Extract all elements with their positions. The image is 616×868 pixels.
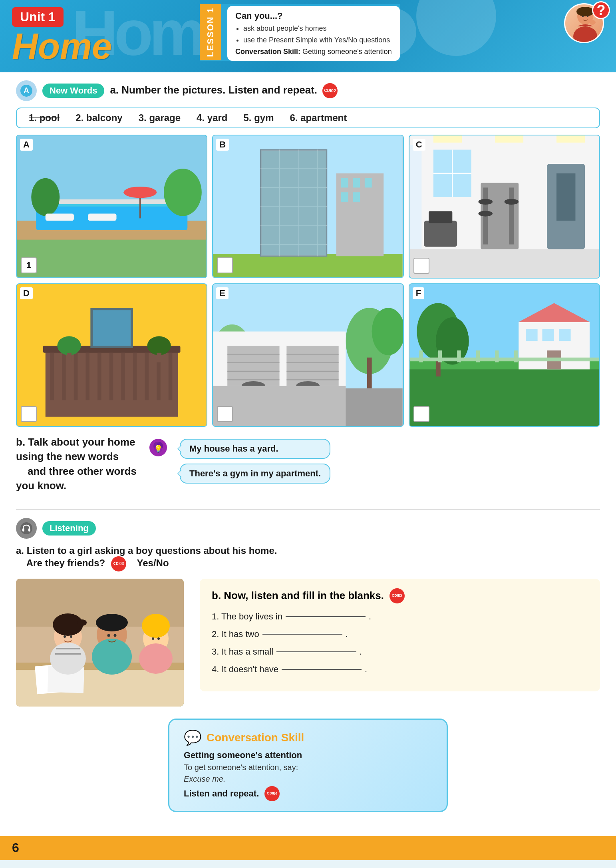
- svg-rect-35: [353, 178, 360, 188]
- svg-rect-17: [88, 214, 116, 221]
- photo-cell-d: D: [16, 283, 207, 427]
- svg-rect-68: [121, 352, 125, 400]
- svg-rect-105: [542, 329, 554, 341]
- fill-blanks-title: b. Now, listen and fill in the blanks. C…: [212, 588, 588, 603]
- svg-rect-104: [526, 329, 538, 341]
- svg-rect-82: [367, 357, 372, 388]
- svg-text:A: A: [24, 86, 29, 94]
- svg-rect-64: [74, 352, 77, 400]
- svg-rect-70: [145, 352, 149, 400]
- svg-rect-114: [457, 350, 461, 362]
- svg-point-139: [96, 614, 128, 631]
- cd-icon-03b[interactable]: CDI 03: [389, 588, 405, 603]
- word-6: 6. apartment: [290, 112, 347, 123]
- word-list-box: 1. pool 2. balcony 3. garage 4. yard 5. …: [16, 108, 600, 128]
- convo-skill-title: 💬 Conversation Skill: [184, 729, 432, 746]
- photo-cell-f: F: [409, 283, 600, 427]
- unit-badge: Unit 1: [12, 7, 64, 27]
- fill-blank-1: 1. The boy lives in .: [212, 611, 588, 622]
- photo-number-e[interactable]: [217, 406, 233, 422]
- svg-rect-36: [365, 178, 372, 188]
- svg-point-142: [142, 614, 170, 638]
- svg-rect-41: [433, 135, 462, 143]
- photo-number-c[interactable]: [413, 258, 429, 274]
- talk-section: b. Talk about your home using the new wo…: [16, 435, 600, 493]
- cd-icon-04[interactable]: CDI 04: [264, 786, 280, 801]
- svg-rect-66: [97, 352, 101, 400]
- svg-rect-77: [67, 352, 72, 362]
- photo-label-a: A: [20, 139, 33, 151]
- svg-rect-117: [514, 350, 517, 362]
- svg-rect-48: [509, 187, 514, 244]
- svg-rect-69: [133, 352, 137, 400]
- page-header: Home Unit 1 Home LESSON 1 Can you...? as…: [0, 0, 616, 72]
- section-divider: [16, 509, 600, 510]
- listening-section: Listening a. Listen to a girl asking a b…: [16, 518, 600, 707]
- photo-number-b[interactable]: [217, 257, 233, 273]
- fill-blanks-box: b. Now, listen and fill in the blanks. C…: [200, 579, 600, 691]
- svg-rect-101: [409, 369, 599, 426]
- main-content: A New Words a. Number the pictures. List…: [0, 72, 616, 836]
- word-5: 5. gym: [244, 112, 274, 123]
- svg-point-134: [77, 619, 87, 626]
- svg-point-51: [504, 199, 519, 205]
- svg-rect-116: [495, 350, 499, 362]
- svg-point-143: [139, 643, 173, 674]
- svg-rect-63: [62, 352, 66, 400]
- word-1: 1. pool: [29, 112, 60, 123]
- new-words-section-header: A New Words a. Number the pictures. List…: [16, 80, 600, 101]
- photo-number-d[interactable]: [21, 406, 37, 422]
- new-words-instruction-a: a. Number the pictures. Listen and repea…: [110, 83, 338, 98]
- page-number: 6: [12, 840, 19, 855]
- speech-bubble-2: There's a gym in my apartment.: [180, 464, 330, 484]
- svg-point-76: [147, 336, 171, 355]
- svg-rect-106: [559, 329, 571, 341]
- svg-point-75: [57, 336, 81, 355]
- svg-point-140: [92, 639, 132, 675]
- svg-rect-40: [409, 249, 599, 277]
- svg-rect-98: [213, 386, 346, 426]
- svg-rect-72: [169, 352, 172, 400]
- fill-blank-4: 4. It doesn't have .: [212, 664, 588, 675]
- svg-rect-43: [556, 135, 585, 143]
- convo-skill-subtitle: Getting someone's attention: [184, 750, 432, 760]
- svg-rect-38: [353, 192, 360, 202]
- svg-rect-21: [213, 254, 403, 277]
- svg-rect-74: [93, 310, 131, 346]
- svg-rect-113: [438, 350, 441, 362]
- svg-point-149: [157, 637, 160, 640]
- photo-number-f[interactable]: [413, 406, 429, 422]
- listening-section-header: Listening: [16, 518, 600, 539]
- svg-rect-32: [262, 151, 326, 255]
- fill-blank-2: 2. It has two .: [212, 629, 588, 639]
- photo-cell-c: C: [409, 135, 600, 279]
- cd-icon-03a[interactable]: CDI 03: [111, 556, 126, 571]
- new-words-label: New Words: [42, 84, 104, 98]
- chat-bubbles-icon: 💬: [184, 729, 202, 746]
- svg-rect-53: [556, 173, 575, 221]
- svg-rect-37: [341, 192, 348, 202]
- svg-rect-115: [476, 350, 479, 362]
- svg-point-145: [70, 635, 72, 638]
- svg-point-123: [20, 522, 32, 534]
- svg-point-146: [107, 634, 110, 637]
- new-words-icon: A: [16, 80, 37, 101]
- photo-number-a[interactable]: 1: [21, 257, 37, 273]
- svg-rect-111: [409, 357, 599, 361]
- listening-icon: [16, 518, 37, 539]
- svg-rect-67: [109, 352, 113, 400]
- svg-point-147: [114, 634, 117, 637]
- svg-point-50: [478, 211, 493, 216]
- svg-point-135: [50, 643, 86, 675]
- photo-label-e: E: [216, 287, 229, 299]
- photo-label-c: C: [413, 139, 425, 151]
- cd-icon-02[interactable]: CDI 02: [322, 83, 338, 98]
- photo-cell-e: E: [212, 283, 403, 427]
- svg-rect-34: [341, 178, 348, 188]
- svg-rect-16: [46, 214, 74, 221]
- photo-label-d: D: [20, 287, 33, 299]
- speech-bubble-1: My house has a yard.: [180, 439, 330, 459]
- svg-rect-45: [429, 211, 452, 223]
- listening-instruction-a: a. Listen to a girl asking a boy questio…: [16, 545, 600, 571]
- svg-rect-125: [28, 528, 30, 532]
